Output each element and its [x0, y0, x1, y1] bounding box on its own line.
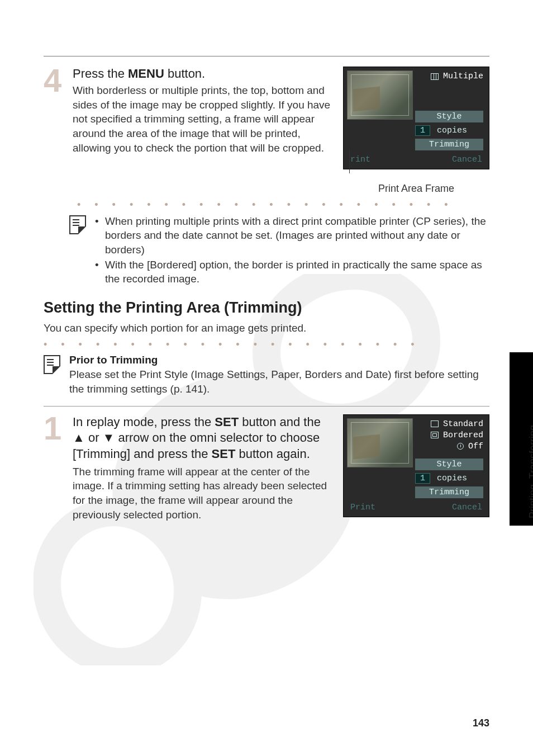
bordered-icon	[431, 432, 439, 438]
step-number-4: 4	[44, 67, 66, 94]
step1-h-part1: In replay mode, press the	[73, 415, 215, 429]
screen-mode-label: Multiple	[443, 72, 483, 81]
step1-h-or: or	[85, 431, 103, 445]
preview-thumbnail	[347, 70, 413, 120]
step1-h-part2: button and the	[239, 415, 321, 429]
step-1: 1 In replay mode, press the SET button a…	[44, 414, 489, 522]
copies-label: copies	[437, 126, 467, 135]
copies-value: 1	[415, 125, 430, 136]
screen-trimming-row: Trimming	[415, 139, 483, 150]
screen-copies-row: 1 copies	[415, 125, 483, 136]
step1-heading: In replay mode, press the SET button and…	[73, 414, 331, 462]
down-arrow-icon: ▼	[103, 431, 115, 445]
prior-title: Prior to Trimming	[69, 354, 489, 366]
set-label: SET	[215, 415, 239, 429]
screen-style-row: Style	[415, 459, 483, 470]
camera-screen-step1: Standard Bordered Off Style 1	[343, 414, 489, 517]
screen-mode-row: Multiple	[431, 72, 483, 81]
screen-print-label: rint	[350, 155, 370, 164]
step4-screen-wrap: Multiple Style 1 copies Trimming rint Ca…	[343, 67, 489, 195]
screen-cancel-label: Cancel	[452, 503, 482, 512]
note1-bullet2: With the [Bordered] option, the border i…	[95, 258, 489, 286]
dot-separator: • • • • • • • • • • • • • • • • • • • • …	[44, 199, 489, 211]
step1-screen-wrap: Standard Bordered Off Style 1	[343, 414, 489, 517]
divider	[44, 406, 489, 407]
multiple-icon	[431, 73, 439, 80]
divider	[44, 56, 489, 56]
screen-copies-row: 1 copies	[415, 473, 483, 484]
step-4: 4 Press the MENU button. With borderless…	[44, 67, 489, 195]
screen-standard-row: Standard	[431, 419, 483, 429]
screen-bordered-row: Bordered	[431, 431, 483, 440]
clock-icon	[457, 443, 464, 450]
screen-trimming-row: Trimming	[415, 486, 483, 498]
set-label-2: SET	[212, 447, 236, 461]
note-icon	[44, 355, 60, 374]
dot-separator-2: • • • • • • • • • • • • • • • • • • • • …	[44, 339, 489, 351]
prior-block: Prior to Trimming Please set the Print S…	[44, 354, 489, 396]
copies-value: 1	[415, 473, 430, 484]
note-block-1: When printing multiple prints with a dir…	[44, 214, 489, 287]
up-arrow-icon: ▲	[73, 431, 85, 445]
step-number-1: 1	[44, 414, 66, 442]
preview-thumbnail	[347, 418, 413, 467]
screen-off-label: Off	[468, 442, 483, 451]
step4-heading: Press the MENU button.	[73, 67, 331, 81]
step4-description: With borderless or multiple prints, the …	[73, 83, 331, 155]
menu-label: MENU	[128, 67, 164, 81]
copies-label: copies	[437, 474, 467, 483]
section-intro: You can specify which portion for an ima…	[44, 322, 489, 334]
note1-bullet1: When printing multiple prints with a dir…	[95, 214, 489, 257]
screen-style-row: Style	[415, 111, 483, 122]
page-number: 143	[473, 717, 489, 729]
step1-description: The trimming frame will appear at the ce…	[73, 465, 331, 522]
standard-icon	[431, 420, 439, 427]
screen-cancel-label: Cancel	[452, 155, 482, 164]
screen-off-row: Off	[457, 442, 483, 451]
section-heading-trimming: Setting the Printing Area (Trimming)	[44, 299, 489, 316]
step1-h-part4: button again.	[235, 447, 310, 461]
print-area-caption: Print Area Frame	[343, 183, 489, 195]
screen-bordered-label: Bordered	[443, 431, 483, 440]
screen-print-label: Print	[350, 503, 375, 512]
step4-heading-prefix: Press the	[73, 67, 128, 81]
step4-heading-suffix: button.	[164, 67, 205, 81]
camera-screen-step4: Multiple Style 1 copies Trimming rint Ca…	[343, 67, 489, 169]
prior-body: Please set the Print Style (Image Settin…	[69, 367, 489, 396]
screen-standard-label: Standard	[443, 419, 483, 429]
note-icon	[69, 215, 86, 234]
